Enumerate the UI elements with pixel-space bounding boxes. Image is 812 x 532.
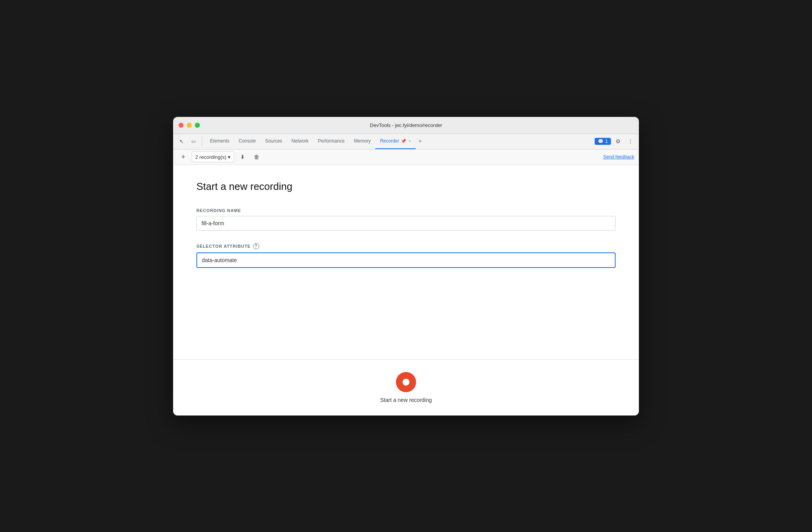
tab-elements[interactable]: Elements [205,134,234,149]
main-content: Start a new recording RECORDING NAME SEL… [173,165,639,359]
more-vert-icon: ⋮ [628,138,633,144]
selector-attribute-input[interactable] [196,252,616,268]
chevron-down-icon: ▾ [228,154,231,160]
devtools-icons-group: ↖ ▭ [176,136,202,147]
chat-icon: 💬 [598,139,604,144]
selector-attribute-label: SELECTOR ATTRIBUTE ? [196,243,616,249]
download-btn[interactable]: ⬇ [237,151,248,162]
recordings-label: 2 recording(s) [195,154,226,160]
page-heading: Start a new recording [196,181,616,193]
tab-console[interactable]: Console [234,134,260,149]
send-feedback-link[interactable]: Send feedback [603,154,634,160]
settings-icon-btn[interactable]: ⚙ [612,136,623,147]
tab-memory[interactable]: Memory [349,134,375,149]
traffic-lights [179,123,200,128]
title-bar: DevTools - jec.fyi/demo/recorder [173,117,639,134]
cursor-icon: ↖ [179,138,184,144]
tab-right-icons: 💬 1 ⚙ ⋮ [595,136,636,147]
trash-icon: 🗑 [254,154,259,160]
delete-btn[interactable]: 🗑 [251,151,262,162]
maximize-button[interactable] [195,123,200,128]
start-recording-btn[interactable] [396,372,416,392]
selector-attribute-section: SELECTOR ATTRIBUTE ? [196,243,616,268]
chat-badge-btn[interactable]: 💬 1 [595,138,611,145]
recordings-dropdown[interactable]: 2 recording(s) ▾ [192,151,234,162]
tab-list: Elements Console Sources Network Perform… [205,134,595,149]
recorder-toolbar: + 2 recording(s) ▾ ⬇ 🗑 Send feedback [173,150,639,165]
settings-icon: ⚙ [616,138,621,144]
device-icon: ▭ [191,139,196,144]
tab-recorder[interactable]: Recorder 📌 × [375,134,416,149]
devtools-window: DevTools - jec.fyi/demo/recorder ↖ ▭ Ele… [173,117,639,416]
device-icon-btn[interactable]: ▭ [188,136,199,147]
tab-performance[interactable]: Performance [313,134,349,149]
pin-icon: 📌 [401,139,406,144]
window-title: DevTools - jec.fyi/demo/recorder [370,122,442,128]
cursor-icon-btn[interactable]: ↖ [176,136,187,147]
add-recording-btn[interactable]: + [178,151,189,162]
devtools-tabbar: ↖ ▭ Elements Console Sources Network Per… [173,134,639,150]
plus-icon: + [181,153,186,161]
tab-close-icon[interactable]: × [409,139,411,143]
bottom-section: Start a new recording [173,359,639,416]
more-vert-icon-btn[interactable]: ⋮ [625,136,636,147]
help-icon[interactable]: ? [253,243,259,249]
recording-name-section: RECORDING NAME [196,208,616,231]
tab-more-btn[interactable]: » [416,134,425,149]
download-icon: ⬇ [240,154,245,160]
record-inner-dot [403,379,409,386]
recording-name-input[interactable] [196,216,616,231]
close-button[interactable] [179,123,184,128]
tab-network[interactable]: Network [287,134,313,149]
recording-name-label: RECORDING NAME [196,208,616,213]
start-recording-label: Start a new recording [380,397,432,403]
tab-sources[interactable]: Sources [260,134,287,149]
minimize-button[interactable] [187,123,192,128]
